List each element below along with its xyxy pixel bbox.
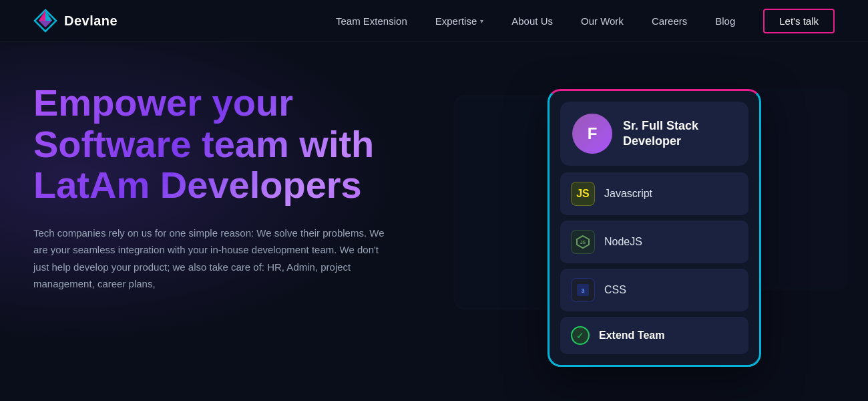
- check-icon: ✓: [571, 326, 590, 345]
- nav-our-work[interactable]: Our Work: [570, 10, 634, 32]
- hero-left: Empower your Software team with LatAm De…: [33, 82, 474, 293]
- hero-description: Tech companies rely on us for one simple…: [33, 225, 387, 293]
- nav-links: Team Extension Expertise ▾ About Us Our …: [325, 9, 835, 33]
- nav-team-extension[interactable]: Team Extension: [325, 10, 418, 32]
- logo-text: Devlane: [64, 13, 118, 29]
- hero-title: Empower your Software team with LatAm De…: [33, 82, 447, 206]
- skill-css-label: CSS: [604, 284, 626, 296]
- nodejs-icon: JS: [571, 230, 595, 254]
- avatar: F: [572, 114, 612, 154]
- skill-css: 3 CSS: [560, 269, 748, 311]
- svg-text:JS: JS: [580, 240, 586, 245]
- developer-header: F Sr. Full Stack Developer: [560, 102, 748, 166]
- hero-section: Empower your Software team with LatAm De…: [0, 42, 868, 401]
- hero-right: F Sr. Full Stack Developer JS Javascript…: [474, 82, 835, 401]
- lets-talk-button[interactable]: Let's talk: [763, 9, 835, 33]
- skill-javascript-label: Javascript: [604, 188, 652, 200]
- developer-info: Sr. Full Stack Developer: [623, 118, 736, 150]
- logo[interactable]: Devlane: [33, 9, 118, 33]
- navbar: Devlane Team Extension Expertise ▾ About…: [0, 0, 868, 42]
- nav-careers[interactable]: Careers: [641, 10, 698, 32]
- extend-team-button[interactable]: ✓ Extend Team: [560, 317, 748, 354]
- javascript-icon: JS: [571, 182, 595, 206]
- skill-nodejs-label: NodeJS: [604, 236, 642, 248]
- nav-about-us[interactable]: About Us: [501, 10, 564, 32]
- nav-expertise[interactable]: Expertise ▾: [425, 10, 495, 32]
- logo-icon: [33, 9, 57, 33]
- developer-card: F Sr. Full Stack Developer JS Javascript…: [548, 89, 761, 367]
- nav-blog[interactable]: Blog: [704, 10, 746, 32]
- svg-text:3: 3: [581, 287, 584, 294]
- skill-nodejs: JS NodeJS: [560, 221, 748, 263]
- developer-title: Sr. Full Stack Developer: [623, 118, 736, 150]
- chevron-down-icon: ▾: [480, 17, 483, 25]
- extend-team-label: Extend Team: [599, 329, 664, 342]
- css-icon: 3: [571, 278, 595, 302]
- skill-javascript: JS Javascript: [560, 172, 748, 215]
